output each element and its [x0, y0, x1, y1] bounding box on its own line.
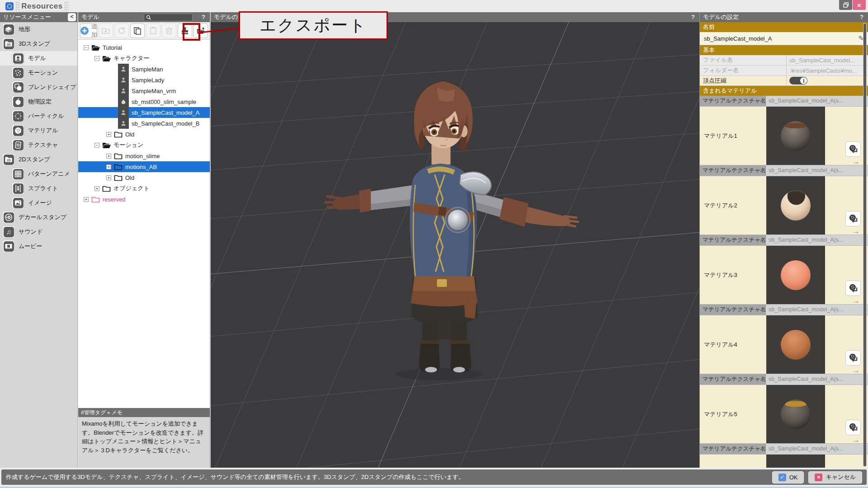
material-texture-row-2: マテリアルテクスチャ名2sb_SampleCast_model_A(s... [700, 165, 868, 176]
expander-plus-icon[interactable]: + [106, 175, 111, 180]
material-thumbnail[interactable] [766, 385, 825, 444]
sidebar-item-5[interactable]: 物理設定 [0, 94, 77, 109]
material-arrow-icon[interactable]: → [852, 158, 860, 165]
material-texture-value: sb_SampleCast_model_A(s... [766, 235, 868, 245]
close-window-button[interactable]: × [853, 0, 866, 10]
sidebar-item-8[interactable]: テクスチャ [0, 138, 77, 152]
material-sphere-accent [781, 191, 811, 221]
sidebar-item-1[interactable]: 3D3Dスタンプ [0, 37, 77, 51]
sidebar-item-6[interactable]: パーティクル [0, 109, 77, 123]
ok-button[interactable]: ✓ OK [772, 471, 804, 483]
sidebar-item-9[interactable]: 2D2Dスタンプ [0, 152, 77, 167]
material-thumbnail[interactable] [766, 455, 825, 468]
material-row-1: マテリアル1→ [700, 107, 868, 165]
tree-toolbar: 追加 [78, 22, 210, 40]
tree-item-3[interactable]: SampleLady [78, 75, 210, 85]
material-thumbnail[interactable] [766, 315, 825, 374]
material-thumbnail[interactable] [766, 107, 825, 165]
material-thumbnail[interactable] [766, 246, 825, 305]
sidebar-item-11[interactable]: スプライト [0, 181, 77, 196]
tree-item-4[interactable]: SampleMan_vrm [78, 85, 210, 96]
cancel-button[interactable]: × キャンセル [808, 471, 862, 483]
scrollbar-thumb[interactable] [863, 23, 866, 466]
material-arrow-icon[interactable]: → [852, 366, 860, 374]
material-reload-button[interactable] [845, 281, 861, 296]
tree-item-13[interactable]: +オブジェクト [78, 183, 210, 194]
sidebar-item-label: サウンド [19, 228, 42, 236]
settings-scrollbar[interactable] [863, 23, 867, 467]
tree-item-12[interactable]: +Old [78, 172, 210, 183]
copy-button[interactable] [130, 23, 145, 38]
search-input[interactable] [151, 15, 191, 20]
sidebar-item-14[interactable]: ♫サウンド [0, 225, 77, 239]
expander-plus-icon[interactable]: + [106, 132, 111, 137]
expander-plus-icon[interactable]: + [94, 186, 99, 191]
tree-item-11[interactable]: +motions_AB [78, 161, 210, 172]
tree-item-14[interactable]: +reserved [78, 194, 210, 205]
tree-item-label: SampleLady [132, 77, 164, 84]
collapse-sidebar-button[interactable]: < [68, 13, 76, 21]
material-texture-label: マテリアルテクスチャ名5 [700, 374, 766, 385]
model-tree: −Tutorial−キャラクターSampleManSampleLadySampl… [78, 40, 210, 408]
help-button[interactable]: ? [202, 12, 205, 22]
tree-item-2[interactable]: SampleMan [78, 64, 210, 75]
tree-item-9[interactable]: −モーション [78, 140, 210, 150]
tree-item-6[interactable]: sb_SampleCast_model_A [78, 107, 210, 118]
expander-plus-icon[interactable]: + [84, 197, 89, 202]
expander-minus-icon[interactable]: − [84, 45, 89, 50]
tree-item-5[interactable]: sb_mst000_slim_sample [78, 96, 210, 107]
material-reload-button[interactable] [845, 141, 861, 157]
stamp-button[interactable] [178, 23, 192, 38]
sidebar-item-4[interactable]: ブレンドシェイプ [0, 80, 77, 94]
sidebar-item-13[interactable]: デカールスタンプ [0, 210, 77, 225]
material-reload-button[interactable] [845, 350, 861, 366]
sidebar-item-0[interactable]: 地形 [0, 22, 77, 37]
vertex-compression-toggle[interactable] [789, 77, 807, 84]
tree-item-1[interactable]: −キャラクター [78, 53, 210, 64]
sidebar-item-label: 3Dスタンプ [19, 40, 50, 48]
material-texture-label: マテリアルテクスチャ名1 [700, 96, 766, 106]
viewport-help-button[interactable]: ? [691, 12, 695, 22]
viewport-canvas[interactable] [211, 22, 699, 468]
expander-minus-icon[interactable]: − [94, 56, 99, 61]
add-plus-button[interactable]: 追加 [80, 23, 97, 38]
sidebar-item-10[interactable]: パターンアニメ [0, 167, 77, 181]
expander-plus-icon[interactable]: + [106, 164, 111, 169]
material-arrow-icon[interactable]: → [852, 297, 860, 305]
slime-icon [118, 96, 129, 107]
tree-item-0[interactable]: −Tutorial [78, 42, 210, 53]
tree-item-10[interactable]: +motion_slime [78, 150, 210, 161]
sidebar-item-label: ブレンドシェイプ [28, 83, 76, 91]
sidebar-item-15[interactable]: ムービー [0, 239, 77, 253]
restore-window-button[interactable] [839, 0, 852, 10]
sidebar-item-2[interactable]: モデル [0, 51, 77, 66]
material-reload-button[interactable] [845, 211, 861, 226]
sidebar-item-label: マテリアル [28, 127, 58, 135]
tree-item-7[interactable]: sb_SampleCast_model_B [78, 118, 210, 129]
sidebar-item-label: ムービー [19, 242, 42, 250]
search-box[interactable] [144, 14, 193, 21]
blend-shape-icon [13, 82, 24, 93]
export-button[interactable] [193, 23, 208, 38]
expander-plus-icon[interactable]: + [106, 154, 111, 159]
material-texture-value: sb_SampleCast_model_A(s... [766, 96, 868, 106]
material-texture-value: sb_SampleCast_model_A(s... [766, 374, 868, 385]
svg-text:2D: 2D [7, 158, 11, 162]
sidebar-item-7[interactable]: マテリアル [0, 123, 77, 138]
material-reload-button[interactable] [845, 420, 861, 435]
material-texture-label: マテリアルテクスチャ名6 [700, 444, 766, 454]
sidebar-item-12[interactable]: イメージ [0, 196, 77, 210]
expander-minus-icon[interactable]: − [94, 143, 99, 148]
settings-help-button[interactable]: ? [860, 12, 863, 22]
tree-item-8[interactable]: +Old [78, 129, 210, 140]
tree-item-label: Tutorial [103, 44, 122, 51]
title-bar: Resources × [0, 0, 868, 12]
folder-open-icon [91, 44, 100, 52]
model-name-row[interactable]: sb_SampleCast_model_A ✎ [700, 32, 868, 45]
material-thumbnail[interactable] [766, 176, 825, 235]
material-arrow-icon[interactable]: → [852, 436, 860, 444]
material-arrow-icon[interactable]: → [852, 227, 860, 235]
sidebar-item-label: 物理設定 [28, 98, 52, 106]
material-texture-row-1: マテリアルテクスチャ名1sb_SampleCast_model_A(s... [700, 96, 868, 107]
sidebar-item-3[interactable]: モーション [0, 66, 77, 80]
